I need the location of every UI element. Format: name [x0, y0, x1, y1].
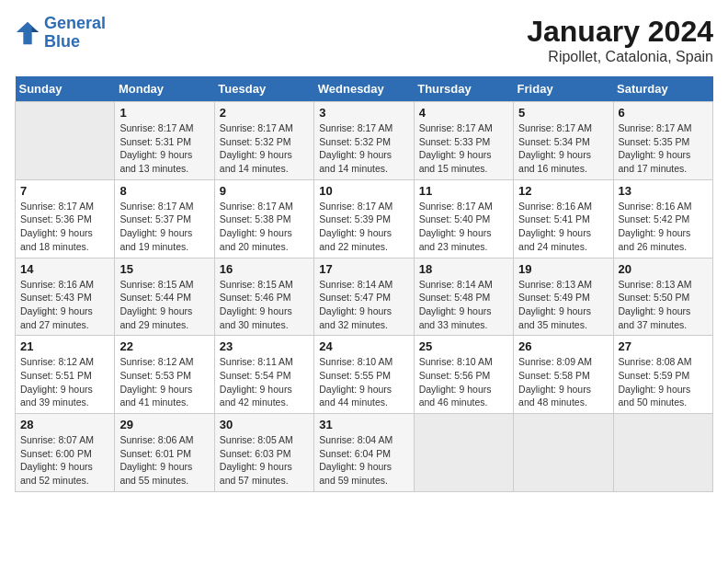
sunrise-text: Sunrise: 8:17 AM	[419, 121, 508, 135]
sunset-text: Sunset: 5:42 PM	[619, 213, 708, 226]
sunrise-text: Sunrise: 8:09 AM	[518, 355, 608, 369]
day-info: Sunrise: 8:13 AMSunset: 5:50 PMDaylight:…	[619, 278, 708, 332]
day-info: Sunrise: 8:17 AMSunset: 5:34 PMDaylight:…	[518, 121, 608, 176]
calendar-cell: 22Sunrise: 8:12 AMSunset: 5:53 PMDayligh…	[115, 336, 214, 414]
sunrise-text: Sunrise: 8:15 AM	[220, 278, 309, 292]
day-number: 24	[319, 339, 408, 353]
calendar-cell: 21Sunrise: 8:12 AMSunset: 5:51 PMDayligh…	[16, 336, 115, 414]
daylight-text: Daylight: 9 hours and 41 minutes.	[119, 383, 209, 409]
sunrise-text: Sunrise: 8:07 AM	[20, 433, 109, 447]
day-info: Sunrise: 8:17 AMSunset: 5:32 PMDaylight:…	[220, 121, 309, 176]
sunrise-text: Sunrise: 8:04 AM	[319, 433, 408, 447]
day-info: Sunrise: 8:17 AMSunset: 5:33 PMDaylight:…	[419, 121, 508, 176]
sunset-text: Sunset: 5:37 PM	[119, 213, 209, 226]
sunrise-text: Sunrise: 8:17 AM	[619, 121, 708, 135]
calendar-cell: 28Sunrise: 8:07 AMSunset: 6:00 PMDayligh…	[16, 414, 115, 492]
logo-line2: Blue	[44, 32, 80, 51]
daylight-text: Daylight: 9 hours and 50 minutes.	[619, 383, 708, 409]
sunrise-text: Sunrise: 8:06 AM	[119, 433, 209, 447]
calendar-cell: 11Sunrise: 8:17 AMSunset: 5:40 PMDayligh…	[414, 179, 513, 258]
sunset-text: Sunset: 5:50 PM	[619, 291, 708, 304]
day-info: Sunrise: 8:15 AMSunset: 5:46 PMDaylight:…	[220, 278, 309, 332]
day-number: 17	[319, 262, 408, 276]
calendar-cell: 8Sunrise: 8:17 AMSunset: 5:37 PMDaylight…	[115, 179, 214, 258]
day-info: Sunrise: 8:11 AMSunset: 5:54 PMDaylight:…	[220, 355, 309, 409]
weekday-header: Monday	[115, 76, 214, 102]
calendar-header-row: SundayMondayTuesdayWednesdayThursdayFrid…	[16, 76, 713, 102]
sunset-text: Sunset: 5:48 PM	[419, 291, 508, 304]
calendar-cell: 31Sunrise: 8:04 AMSunset: 6:04 PMDayligh…	[314, 414, 414, 492]
daylight-text: Daylight: 9 hours and 17 minutes.	[619, 148, 708, 175]
daylight-text: Daylight: 9 hours and 46 minutes.	[419, 383, 508, 409]
day-number: 21	[20, 339, 109, 353]
calendar-cell: 6Sunrise: 8:17 AMSunset: 5:35 PMDaylight…	[613, 102, 712, 180]
sunset-text: Sunset: 5:33 PM	[419, 135, 508, 149]
calendar-cell: 16Sunrise: 8:15 AMSunset: 5:46 PMDayligh…	[214, 258, 313, 336]
title-block: January 2024 Ripollet, Catalonia, Spain	[527, 15, 713, 65]
daylight-text: Daylight: 9 hours and 59 minutes.	[319, 460, 408, 487]
calendar-cell	[514, 414, 613, 492]
sunset-text: Sunset: 5:53 PM	[119, 369, 209, 383]
daylight-text: Daylight: 9 hours and 48 minutes.	[518, 383, 608, 409]
calendar-cell: 15Sunrise: 8:15 AMSunset: 5:44 PMDayligh…	[115, 258, 214, 336]
day-info: Sunrise: 8:10 AMSunset: 5:56 PMDaylight:…	[419, 355, 508, 409]
daylight-text: Daylight: 9 hours and 35 minutes.	[518, 304, 608, 331]
daylight-text: Daylight: 9 hours and 39 minutes.	[20, 383, 109, 409]
sunset-text: Sunset: 5:44 PM	[119, 291, 209, 304]
calendar-cell: 12Sunrise: 8:16 AMSunset: 5:41 PMDayligh…	[514, 179, 613, 258]
calendar-cell: 25Sunrise: 8:10 AMSunset: 5:56 PMDayligh…	[414, 336, 513, 414]
sunrise-text: Sunrise: 8:17 AM	[20, 200, 109, 213]
calendar-week-row: 21Sunrise: 8:12 AMSunset: 5:51 PMDayligh…	[16, 336, 713, 414]
day-info: Sunrise: 8:10 AMSunset: 5:55 PMDaylight:…	[319, 355, 408, 409]
day-number: 20	[619, 262, 708, 276]
day-number: 15	[119, 262, 209, 276]
day-info: Sunrise: 8:15 AMSunset: 5:44 PMDaylight:…	[119, 278, 209, 332]
calendar-cell: 1Sunrise: 8:17 AMSunset: 5:31 PMDaylight…	[115, 102, 214, 180]
sunset-text: Sunset: 5:32 PM	[319, 135, 408, 149]
calendar-table: SundayMondayTuesdayWednesdayThursdayFrid…	[15, 76, 713, 492]
calendar-cell: 4Sunrise: 8:17 AMSunset: 5:33 PMDaylight…	[414, 102, 513, 180]
sunset-text: Sunset: 5:49 PM	[518, 291, 608, 304]
calendar-cell: 13Sunrise: 8:16 AMSunset: 5:42 PMDayligh…	[613, 179, 712, 258]
sunrise-text: Sunrise: 8:15 AM	[119, 278, 209, 292]
sunset-text: Sunset: 6:01 PM	[119, 447, 209, 461]
sunrise-text: Sunrise: 8:17 AM	[518, 121, 608, 135]
sunset-text: Sunset: 6:04 PM	[319, 447, 408, 461]
sunrise-text: Sunrise: 8:05 AM	[220, 433, 309, 447]
page-subtitle: Ripollet, Catalonia, Spain	[527, 49, 713, 65]
day-number: 29	[119, 418, 209, 431]
day-number: 6	[619, 106, 708, 120]
sunset-text: Sunset: 5:38 PM	[220, 213, 309, 226]
sunrise-text: Sunrise: 8:08 AM	[619, 355, 708, 369]
page-header: General Blue January 2024 Ripollet, Cata…	[15, 15, 713, 65]
daylight-text: Daylight: 9 hours and 15 minutes.	[419, 148, 508, 175]
calendar-week-row: 14Sunrise: 8:16 AMSunset: 5:43 PMDayligh…	[16, 258, 713, 336]
weekday-header: Saturday	[613, 76, 712, 102]
day-number: 18	[419, 262, 508, 276]
sunset-text: Sunset: 5:46 PM	[220, 291, 309, 304]
daylight-text: Daylight: 9 hours and 32 minutes.	[319, 304, 408, 331]
day-number: 11	[419, 184, 508, 198]
daylight-text: Daylight: 9 hours and 55 minutes.	[119, 460, 209, 487]
sunset-text: Sunset: 5:55 PM	[319, 369, 408, 383]
daylight-text: Daylight: 9 hours and 18 minutes.	[20, 226, 109, 253]
day-number: 16	[220, 262, 309, 276]
day-info: Sunrise: 8:08 AMSunset: 5:59 PMDaylight:…	[619, 355, 708, 409]
sunset-text: Sunset: 5:35 PM	[619, 135, 708, 149]
day-number: 3	[319, 106, 408, 120]
day-info: Sunrise: 8:17 AMSunset: 5:40 PMDaylight:…	[419, 200, 508, 254]
calendar-cell: 17Sunrise: 8:14 AMSunset: 5:47 PMDayligh…	[314, 258, 414, 336]
sunset-text: Sunset: 6:00 PM	[20, 447, 109, 461]
weekday-header: Friday	[514, 76, 613, 102]
day-info: Sunrise: 8:12 AMSunset: 5:51 PMDaylight:…	[20, 355, 109, 409]
sunset-text: Sunset: 6:03 PM	[220, 447, 309, 461]
sunrise-text: Sunrise: 8:12 AM	[20, 355, 109, 369]
sunset-text: Sunset: 5:34 PM	[518, 135, 608, 149]
day-number: 12	[518, 184, 608, 198]
daylight-text: Daylight: 9 hours and 22 minutes.	[319, 226, 408, 253]
day-number: 30	[220, 418, 309, 431]
day-info: Sunrise: 8:06 AMSunset: 6:01 PMDaylight:…	[119, 433, 209, 488]
logo-icon	[15, 20, 40, 46]
sunset-text: Sunset: 5:40 PM	[419, 213, 508, 226]
calendar-week-row: 1Sunrise: 8:17 AMSunset: 5:31 PMDaylight…	[16, 102, 713, 180]
